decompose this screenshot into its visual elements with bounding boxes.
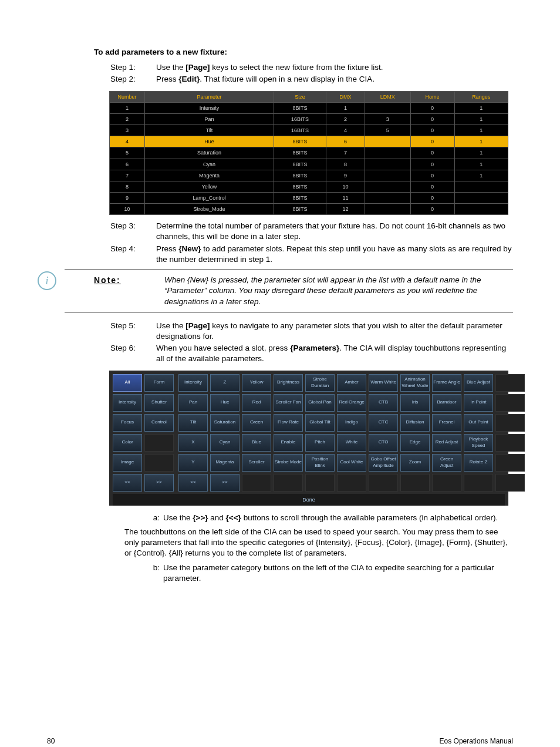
table-row[interactable]: 3Tilt16BITS4501 xyxy=(110,125,508,136)
cell xyxy=(365,170,410,181)
substep-label: a: xyxy=(146,513,163,523)
parameter-button[interactable]: CTC xyxy=(369,414,398,432)
cell: Intensity xyxy=(145,102,274,113)
cell: Hue xyxy=(145,136,274,147)
table-row[interactable]: 6Cyan8BITS801 xyxy=(110,159,508,170)
parameter-button[interactable]: Animation Wheel Mode xyxy=(400,374,430,392)
parameter-button[interactable]: Pitch xyxy=(305,434,335,452)
category-button[interactable]: << xyxy=(113,474,142,492)
parameter-button[interactable]: << xyxy=(178,474,208,492)
parameter-button[interactable]: Frame Angle xyxy=(432,374,461,392)
parameter-button[interactable]: Diffusion xyxy=(400,414,430,432)
parameter-button[interactable]: Zoom xyxy=(400,454,430,472)
parameter-button[interactable]: Flow Rate xyxy=(274,414,303,432)
parameter-button[interactable]: Warm White xyxy=(369,374,398,392)
parameter-button[interactable]: Iris xyxy=(400,394,430,412)
cell: 16BITS xyxy=(274,125,326,136)
parameter-button[interactable]: White xyxy=(337,434,366,452)
parameter-button[interactable]: Red Adjust xyxy=(432,434,461,452)
parameter-button[interactable]: CTO xyxy=(369,434,398,452)
parameter-button[interactable]: Tilt xyxy=(178,414,208,432)
parameter-button[interactable]: Gobo Offset Amplitude xyxy=(369,454,398,472)
table-row[interactable]: 5Saturation8BITS701 xyxy=(110,147,508,159)
parameter-button[interactable]: Amber xyxy=(337,374,366,392)
table-row[interactable]: 4Hue8BITS601 xyxy=(110,136,508,147)
col-header: DMX xyxy=(326,91,365,102)
parameter-button[interactable]: Fresnel xyxy=(432,414,461,432)
touchbutton-panel: AllFormIntensityShutterFocusControlColor… xyxy=(109,371,508,506)
cell: 1 xyxy=(454,125,508,136)
cell: 0 xyxy=(410,136,454,147)
parameter-button[interactable]: Scroller xyxy=(242,454,271,472)
table-row[interactable]: 7Magenta8BITS901 xyxy=(110,170,508,181)
parameter-button[interactable]: Strobe Duration xyxy=(305,374,335,392)
category-button[interactable]: Control xyxy=(144,414,174,432)
parameter-button[interactable]: Rotate Z xyxy=(464,454,493,472)
cell: 2 xyxy=(110,113,145,124)
category-button[interactable]: >> xyxy=(144,474,174,492)
cell: Strobe_Mode xyxy=(145,204,274,215)
substep-label: b: xyxy=(146,563,163,584)
parameter-button[interactable]: Y xyxy=(178,454,208,472)
category-button[interactable]: Intensity xyxy=(113,394,142,412)
note-block: i Note: When {New} is pressed, the param… xyxy=(65,270,513,312)
parameter-button[interactable]: Global Tilt xyxy=(305,414,335,432)
parameter-button[interactable]: Saturation xyxy=(210,414,239,432)
parameter-button[interactable]: Global Pan xyxy=(305,394,335,412)
parameter-button[interactable]: Pan xyxy=(178,394,208,412)
parameter-button[interactable]: Z xyxy=(210,374,239,392)
parameter-button[interactable]: Barndoor xyxy=(432,394,461,412)
category-button[interactable]: Focus xyxy=(113,414,142,432)
cell xyxy=(365,147,410,159)
parameter-button[interactable]: Blue xyxy=(242,434,271,452)
parameter-button[interactable]: Indigo xyxy=(337,414,366,432)
parameter-button[interactable]: Green Adjust xyxy=(432,454,461,472)
parameter-button[interactable]: Out Point xyxy=(464,414,493,432)
category-button[interactable]: Image xyxy=(113,454,142,472)
parameter-button[interactable]: Hue xyxy=(210,394,239,412)
parameter-button[interactable]: Intensity xyxy=(178,374,208,392)
parameter-button[interactable]: Red xyxy=(242,394,271,412)
parameter-button[interactable]: In Point xyxy=(464,394,493,412)
parameter-button[interactable]: Position Blink xyxy=(305,454,335,472)
cell: Saturation xyxy=(145,147,274,159)
parameter-button[interactable]: Scroller Fan xyxy=(274,394,303,412)
cell: 8BITS xyxy=(274,147,326,159)
step-label: Step 6: xyxy=(110,343,156,364)
parameter-button[interactable]: X xyxy=(178,434,208,452)
done-button[interactable]: Done xyxy=(113,494,505,506)
step-text: Use the [Page] keys to navigate to any p… xyxy=(156,321,513,342)
table-row[interactable]: 1Intensity8BITS101 xyxy=(110,102,508,113)
substep-text: Use the {>>} and {<<} buttons to scroll … xyxy=(163,513,513,523)
substep-a: a: Use the {>>} and {<<} buttons to scro… xyxy=(146,513,513,523)
cell: 16BITS xyxy=(274,113,326,124)
category-button[interactable]: Shutter xyxy=(144,394,174,412)
parameter-button[interactable]: >> xyxy=(210,474,239,492)
parameter-button[interactable]: Cyan xyxy=(210,434,239,452)
parameter-button[interactable]: Yellow xyxy=(242,374,271,392)
parameter-button[interactable]: Cool White xyxy=(337,454,366,472)
parameter-button[interactable]: Strobe Mode xyxy=(274,454,303,472)
parameter-button[interactable]: Playback Speed xyxy=(464,434,493,452)
touchbutton-empty xyxy=(242,474,271,492)
parameter-button[interactable]: Blue Adjust xyxy=(464,374,493,392)
category-button[interactable]: Color xyxy=(113,434,142,452)
parameter-button[interactable]: Red Orange xyxy=(337,394,366,412)
table-row[interactable]: 9Lamp_Control8BITS110 xyxy=(110,192,508,203)
table-row[interactable]: 10Strobe_Mode8BITS120 xyxy=(110,204,508,215)
parameter-button[interactable]: CTB xyxy=(369,394,398,412)
parameter-button[interactable]: Edge xyxy=(400,434,430,452)
parameter-button[interactable]: Brightness xyxy=(274,374,303,392)
col-header: Home xyxy=(410,91,454,102)
table-row[interactable]: 2Pan16BITS2301 xyxy=(110,113,508,124)
parameter-button[interactable]: Green xyxy=(242,414,271,432)
category-button[interactable]: Form xyxy=(144,374,174,392)
category-button[interactable]: All xyxy=(113,374,142,392)
parameter-button[interactable]: Enable xyxy=(274,434,303,452)
cell: Lamp_Control xyxy=(145,192,274,203)
col-header: Number xyxy=(110,91,145,102)
table-row[interactable]: 8Yellow8BITS100 xyxy=(110,181,508,192)
cell: 8BITS xyxy=(274,159,326,170)
parameter-button[interactable]: Magenta xyxy=(210,454,239,472)
cell: Pan xyxy=(145,113,274,124)
